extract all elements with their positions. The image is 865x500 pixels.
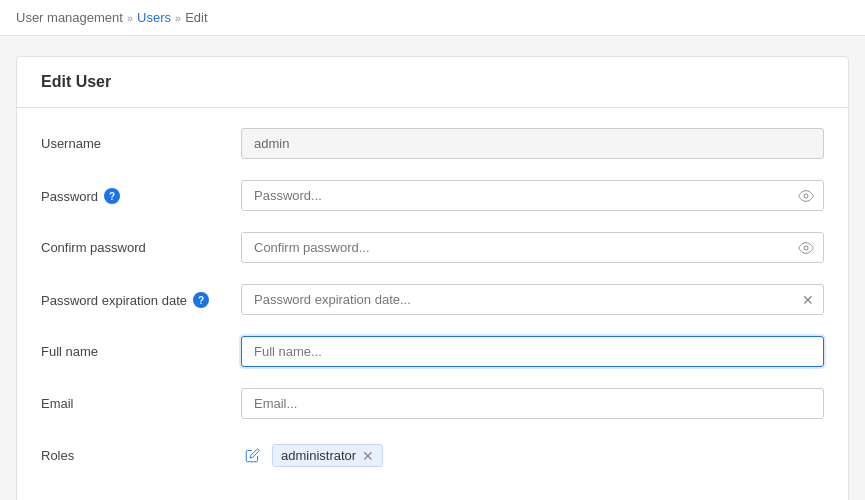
- breadcrumb-sep-2: »: [175, 12, 181, 24]
- username-row: Username: [41, 128, 824, 164]
- fullname-row: Full name: [41, 336, 824, 372]
- expiration-help-icon[interactable]: ?: [193, 292, 209, 308]
- expiration-label: Password expiration date ?: [41, 284, 241, 308]
- email-label: Email: [41, 388, 241, 411]
- role-tag-administrator: administrator ✕: [272, 444, 383, 467]
- roles-control: administrator ✕: [241, 440, 824, 467]
- username-label: Username: [41, 128, 241, 151]
- eye-icon: [798, 188, 814, 204]
- confirm-password-label: Confirm password: [41, 232, 241, 255]
- roles-label: Roles: [41, 440, 241, 463]
- roles-list: administrator ✕: [241, 440, 824, 467]
- email-row: Email: [41, 388, 824, 424]
- svg-point-1: [804, 246, 808, 250]
- password-row: Password ?: [41, 180, 824, 216]
- pencil-icon: [245, 448, 260, 463]
- edit-user-card: Edit User Username Password ?: [16, 56, 849, 500]
- confirm-password-row: Confirm password: [41, 232, 824, 268]
- username-input[interactable]: [241, 128, 824, 159]
- email-control: [241, 388, 824, 419]
- svg-point-0: [804, 194, 808, 198]
- fullname-input[interactable]: [241, 336, 824, 367]
- fullname-label: Full name: [41, 336, 241, 359]
- password-input[interactable]: [241, 180, 824, 211]
- password-control: [241, 180, 824, 211]
- confirm-password-toggle-btn[interactable]: [796, 238, 816, 258]
- fullname-control: [241, 336, 824, 367]
- role-tag-label: administrator: [281, 448, 356, 463]
- confirm-password-control: [241, 232, 824, 263]
- page-content: Edit User Username Password ?: [0, 36, 865, 500]
- expiration-input[interactable]: [241, 284, 824, 315]
- edit-roles-button[interactable]: [241, 446, 264, 465]
- username-control: [241, 128, 824, 159]
- eye-icon-confirm: [798, 240, 814, 256]
- confirm-password-input[interactable]: [241, 232, 824, 263]
- page-title: Edit User: [41, 73, 824, 91]
- password-label: Password ?: [41, 180, 241, 204]
- password-help-icon[interactable]: ?: [104, 188, 120, 204]
- card-body: Username Password ?: [17, 108, 848, 500]
- breadcrumb-root: User management: [16, 10, 123, 25]
- card-header: Edit User: [17, 57, 848, 108]
- password-toggle-btn[interactable]: [796, 186, 816, 206]
- breadcrumb-sep-1: »: [127, 12, 133, 24]
- roles-row: Roles administrator ✕: [41, 440, 824, 476]
- expiration-clear-btn[interactable]: ✕: [800, 290, 816, 310]
- expiration-row: Password expiration date ? ✕: [41, 284, 824, 320]
- breadcrumb-edit: Edit: [185, 10, 207, 25]
- expiration-control: ✕: [241, 284, 824, 315]
- email-input[interactable]: [241, 388, 824, 419]
- breadcrumb: User management » Users » Edit: [0, 0, 865, 36]
- role-tag-remove-btn[interactable]: ✕: [362, 449, 374, 463]
- breadcrumb-users-link[interactable]: Users: [137, 10, 171, 25]
